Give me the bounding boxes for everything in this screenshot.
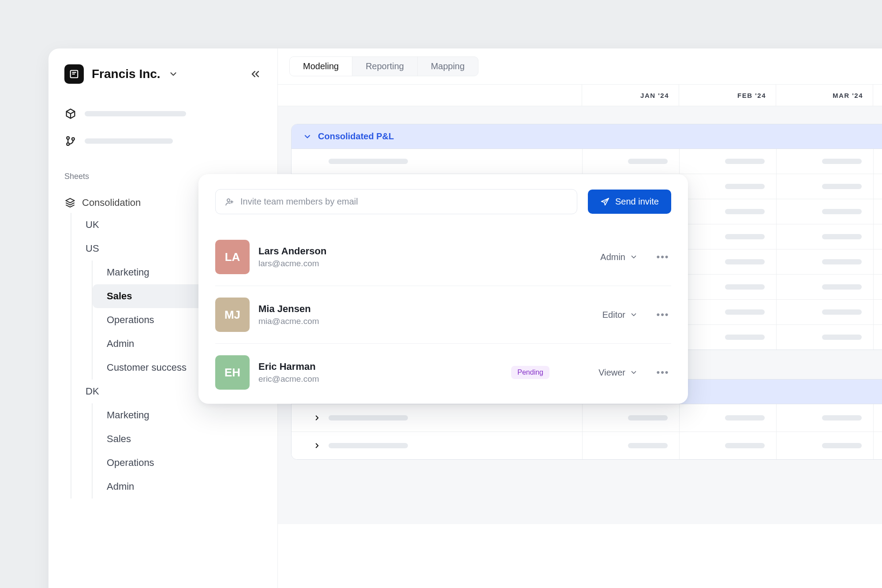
svg-point-1 (67, 137, 69, 139)
sheet-cell[interactable] (680, 149, 777, 174)
collapse-sidebar-button[interactable] (249, 68, 262, 80)
tab-modeling[interactable]: Modeling (290, 57, 352, 76)
tree-item-sales[interactable]: Sales (93, 427, 262, 451)
section-header[interactable]: Consolidated P&L (292, 124, 882, 149)
org-switcher[interactable]: Francis Inc. (64, 64, 262, 84)
member-email: lars@acme.com (258, 259, 326, 268)
sheet-cell[interactable] (680, 275, 777, 299)
timeline-column: JAN '24 (582, 85, 679, 106)
sheet-cell[interactable] (777, 432, 874, 459)
sheet-cell[interactable] (583, 404, 680, 432)
invite-dialog: Send invite LA Lars Anderson lars@acme.c… (198, 174, 688, 404)
tree-item-marketing[interactable]: Marketing (93, 403, 262, 427)
role-select[interactable]: Viewer (572, 368, 638, 378)
placeholder (822, 159, 862, 164)
user-plus-icon (224, 197, 234, 207)
sheet-row[interactable] (292, 404, 882, 432)
tree-item-admin[interactable]: Admin (93, 475, 262, 499)
placeholder (628, 159, 668, 164)
sheet-cell[interactable] (680, 249, 777, 274)
sheet-cell[interactable] (680, 432, 777, 459)
chevron-down-icon (630, 253, 638, 261)
sheet-cell[interactable] (583, 432, 680, 459)
placeholder (822, 259, 862, 264)
tree-item-operations[interactable]: Operations (93, 451, 262, 475)
svg-point-2 (67, 143, 69, 145)
sheet-cell[interactable] (777, 300, 874, 324)
svg-point-3 (72, 138, 75, 140)
sheet-cell[interactable] (583, 149, 680, 174)
send-icon (600, 197, 610, 207)
chevron-down-icon (630, 311, 638, 319)
sheet-cell[interactable] (777, 325, 874, 350)
placeholder (725, 259, 765, 264)
section-title: Consolidated P&L (318, 131, 394, 141)
more-actions-button[interactable]: ••• (654, 367, 671, 378)
chevron-down-icon (168, 69, 178, 79)
member-row: EH Eric Harman eric@acme.com Pending Vie… (215, 344, 671, 401)
member-email: eric@acme.com (258, 374, 319, 384)
sheet-cell[interactable] (680, 174, 777, 199)
invite-email-input-wrapper[interactable] (215, 189, 577, 214)
timeline-column: MAR '24 (776, 85, 873, 106)
placeholder (628, 443, 668, 448)
sheet-cell[interactable] (777, 174, 874, 199)
member-row: LA Lars Anderson lars@acme.com Admin ••• (215, 228, 671, 286)
sheet-cell[interactable] (777, 224, 874, 249)
sidebar-nav-item[interactable] (64, 104, 262, 123)
stack-icon (64, 197, 76, 208)
tab-mapping[interactable]: Mapping (418, 57, 478, 76)
role-select[interactable]: Editor (572, 310, 638, 320)
view-tabs: ModelingReportingMapping (278, 48, 882, 85)
sheet-cell[interactable] (777, 249, 874, 274)
placeholder (725, 184, 765, 189)
more-actions-button[interactable]: ••• (654, 251, 671, 263)
send-invite-button[interactable]: Send invite (588, 190, 671, 214)
invite-email-input[interactable] (240, 197, 568, 207)
placeholder (329, 159, 408, 164)
placeholder (822, 335, 862, 340)
sheet-row[interactable] (292, 149, 882, 174)
svg-point-4 (227, 199, 230, 201)
branch-icon (64, 135, 77, 147)
placeholder (822, 443, 862, 448)
sheet-cell[interactable] (680, 404, 777, 432)
more-actions-button[interactable]: ••• (654, 309, 671, 320)
pending-badge: Pending (511, 366, 549, 379)
placeholder (822, 234, 862, 239)
sheet-cell[interactable] (777, 149, 874, 174)
sheet-cell[interactable] (680, 224, 777, 249)
chevron-right-icon[interactable] (313, 414, 321, 422)
send-invite-label: Send invite (615, 197, 659, 207)
cube-icon (64, 108, 77, 120)
placeholder (725, 159, 765, 164)
tab-reporting[interactable]: Reporting (352, 57, 418, 76)
avatar: EH (215, 355, 250, 390)
placeholder (725, 234, 765, 239)
sheet-cell[interactable] (777, 404, 874, 432)
timeline-column: FEB '24 (679, 85, 776, 106)
avatar: LA (215, 240, 250, 274)
sheet-cell[interactable] (680, 199, 777, 224)
sheet-cell[interactable] (777, 199, 874, 224)
sidebar-nav-item[interactable] (64, 131, 262, 151)
placeholder (725, 415, 765, 421)
org-name: Francis Inc. (92, 67, 161, 81)
chevron-right-icon[interactable] (313, 442, 321, 450)
sheet-cell[interactable] (777, 275, 874, 299)
role-label: Admin (600, 252, 625, 262)
role-select[interactable]: Admin (572, 252, 638, 262)
member-info: Lars Anderson lars@acme.com (258, 246, 326, 268)
avatar: MJ (215, 298, 250, 332)
placeholder (725, 309, 765, 315)
placeholder (85, 138, 173, 144)
member-row: MJ Mia Jensen mia@acme.com Editor ••• (215, 286, 671, 344)
sheet-row[interactable] (292, 432, 882, 459)
placeholder (329, 415, 408, 421)
placeholder (628, 415, 668, 421)
sheet-cell[interactable] (680, 325, 777, 350)
sheet-cell[interactable] (680, 300, 777, 324)
tree-root-label: Consolidation (82, 197, 141, 208)
chevron-down-icon (303, 132, 312, 141)
member-email: mia@acme.com (258, 316, 319, 326)
